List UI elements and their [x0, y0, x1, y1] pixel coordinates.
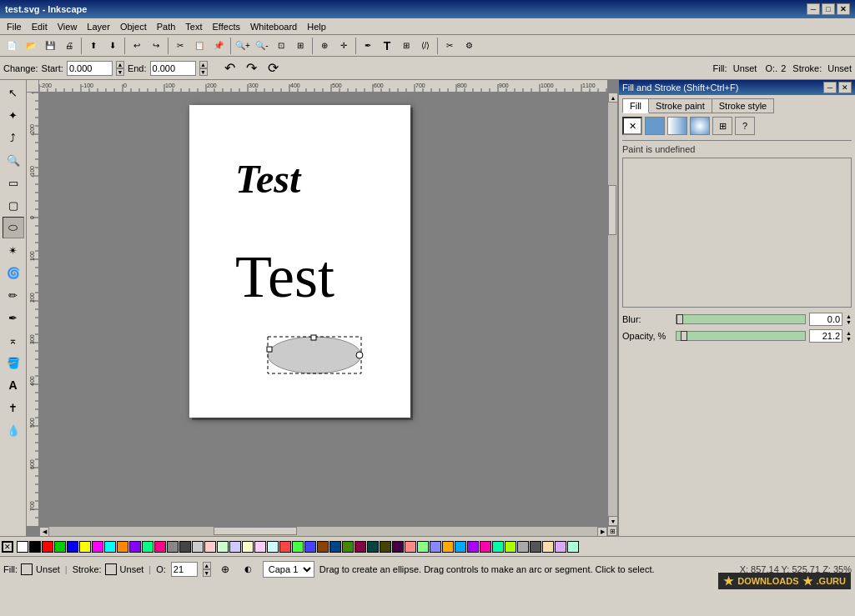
color-swatch-ddaaff[interactable] [555, 541, 566, 553]
color-swatch-8800ff[interactable] [129, 541, 141, 553]
no-color-swatch[interactable]: ✕ [2, 541, 13, 553]
color-swatch-00ffff[interactable] [104, 541, 116, 553]
menu-whiteboard[interactable]: Whiteboard [245, 20, 302, 33]
color-swatch-ff0088[interactable] [154, 541, 166, 553]
color-swatch-555555[interactable] [530, 541, 541, 553]
start-spin-up[interactable]: ▲ [116, 61, 124, 68]
status-icon1[interactable]: ⊕ [216, 560, 234, 578]
blur-thumb[interactable] [676, 314, 683, 324]
zoom-draw-button[interactable]: ⊞ [291, 37, 309, 55]
color-swatch-880044[interactable] [355, 541, 366, 553]
color-swatch-aaffdd[interactable] [567, 541, 579, 553]
paint-none-button[interactable]: ✕ [622, 117, 642, 135]
color-swatch-aaaaaa[interactable] [517, 541, 529, 553]
menu-help[interactable]: Help [302, 20, 331, 33]
end-spinner[interactable]: ▲ ▼ [199, 61, 208, 76]
opacity-status-spinner[interactable]: ▲ ▼ [203, 562, 211, 577]
opacity-status-down[interactable]: ▼ [203, 569, 211, 577]
connector-tool[interactable]: ✝ [3, 397, 24, 418]
color-swatch-ff0000[interactable] [42, 541, 53, 553]
paint-flat-button[interactable] [645, 117, 665, 135]
vertical-scrollbar[interactable]: ▲ ▼ [607, 93, 617, 526]
star-tool[interactable]: ✴ [3, 239, 24, 261]
color-swatch-0000ff[interactable] [67, 541, 78, 553]
color-swatch-444444[interactable] [179, 541, 191, 553]
color-swatch-004488[interactable] [329, 541, 341, 553]
color-swatch-440044[interactable] [392, 541, 404, 553]
color-swatch-000000[interactable] [29, 541, 41, 553]
color-swatch-4444ff[interactable] [304, 541, 316, 553]
opacity-spin-down[interactable]: ▼ [846, 336, 852, 342]
color-swatch-00ffaa[interactable] [492, 541, 504, 553]
align-button[interactable]: ⊞ [397, 37, 415, 55]
color-swatch-888888[interactable] [167, 541, 179, 553]
color-swatch-444400[interactable] [380, 541, 391, 553]
fs-close-button[interactable]: ✕ [838, 82, 852, 93]
zoom-out-button[interactable]: 🔍- [253, 37, 271, 55]
menu-object[interactable]: Object [115, 20, 152, 33]
start-input[interactable] [67, 61, 113, 76]
new-button[interactable]: 📄 [3, 37, 21, 55]
color-swatch-ccccff[interactable] [229, 541, 241, 553]
menu-file[interactable]: File [2, 20, 27, 33]
color-swatch-448800[interactable] [342, 541, 354, 553]
save-button[interactable]: 💾 [41, 37, 59, 55]
opacity-thumb[interactable] [681, 331, 687, 341]
ellipse-tool[interactable]: ⬭ [3, 217, 24, 238]
paint-tool[interactable]: 🪣 [3, 352, 24, 373]
vscroll-down-button[interactable]: ▼ [608, 516, 617, 526]
start-spin-down[interactable]: ▼ [116, 68, 124, 76]
tab-stroke-style[interactable]: Stroke style [712, 98, 774, 113]
opacity-value[interactable]: 21.2 [809, 329, 842, 343]
opacity-track[interactable] [676, 331, 806, 341]
blur-spinner[interactable]: ▲ ▼ [846, 313, 852, 325]
spiral-tool[interactable]: 🌀 [3, 262, 24, 283]
end-spin-up[interactable]: ▲ [199, 61, 208, 68]
zoom-corner[interactable]: ⊞ [607, 526, 617, 536]
end-spin-down[interactable]: ▼ [199, 68, 208, 76]
arc-open-button[interactable]: ↷ [243, 59, 261, 78]
color-swatch-00ff88[interactable] [142, 541, 153, 553]
paint-unknown-button[interactable]: ? [735, 117, 755, 135]
color-swatch-cccccc[interactable] [192, 541, 204, 553]
node-tool[interactable]: ✦ [3, 104, 24, 126]
horizontal-scrollbar[interactable]: ◀ ▶ [39, 526, 607, 536]
end-input[interactable] [150, 61, 196, 76]
cut-button[interactable]: ✂ [171, 37, 189, 55]
color-swatch-ccffcc[interactable] [217, 541, 229, 553]
opacity-spinner[interactable]: ▲ ▼ [846, 330, 852, 342]
vscroll-up-button[interactable]: ▲ [608, 93, 617, 103]
text-tool-button[interactable]: T [378, 37, 396, 55]
color-swatch-88ff88[interactable] [417, 541, 429, 553]
snap-btn1[interactable]: ⊕ [315, 37, 334, 55]
snap-btn2[interactable]: ✛ [334, 37, 353, 55]
minimize-button[interactable]: ─ [807, 3, 820, 15]
color-swatch-00cc00[interactable] [54, 541, 66, 553]
color-swatch-aa00ff[interactable] [467, 541, 479, 553]
color-swatch-ff8800[interactable] [117, 541, 128, 553]
color-swatch-44ff44[interactable] [292, 541, 304, 553]
menu-effects[interactable]: Effects [208, 20, 245, 33]
blur-spin-up[interactable]: ▲ [846, 313, 852, 319]
hscroll-left-button[interactable]: ◀ [39, 527, 49, 536]
zoom-fit-button[interactable]: ⊡ [272, 37, 290, 55]
paint-linear-button[interactable] [667, 117, 687, 135]
start-spinner[interactable]: ▲ ▼ [116, 61, 124, 76]
arc-chord-button[interactable]: ⟳ [264, 59, 283, 78]
menu-path[interactable]: Path [152, 20, 181, 33]
color-swatch-ffffcc[interactable] [242, 541, 254, 553]
hscroll-thumb[interactable] [214, 527, 297, 535]
zoom-in-button[interactable]: 🔍+ [234, 37, 252, 55]
canvas-content[interactable]: Test Test [39, 93, 607, 526]
status-icon2[interactable]: ◐ [239, 560, 258, 578]
menu-layer[interactable]: Layer [82, 20, 115, 33]
tab-fill[interactable]: Fill [622, 98, 649, 113]
tab-stroke-paint[interactable]: Stroke paint [648, 98, 712, 113]
menu-view[interactable]: View [53, 20, 83, 33]
blur-spin-down[interactable]: ▼ [846, 319, 852, 325]
zoom-tool[interactable]: 🔍 [3, 149, 24, 171]
close-button[interactable]: ✕ [837, 3, 850, 15]
color-swatch-ffffff[interactable] [17, 541, 28, 553]
menu-text[interactable]: Text [180, 20, 207, 33]
blur-track[interactable] [676, 314, 806, 324]
